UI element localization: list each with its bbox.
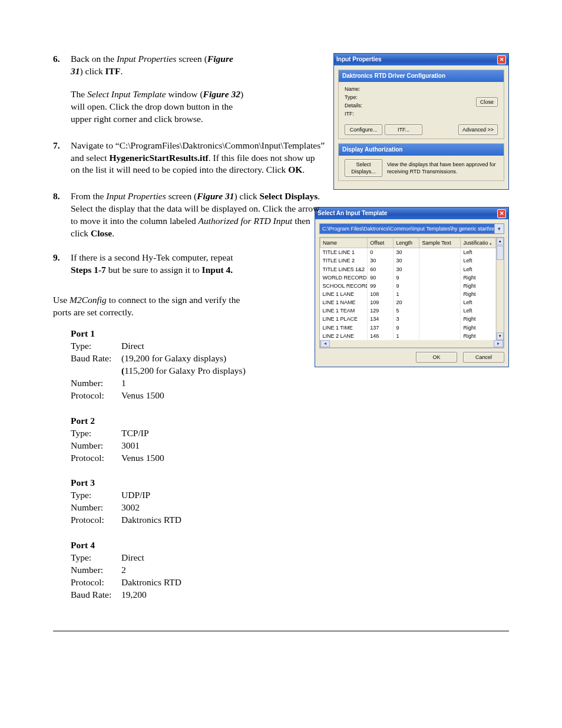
port-field-value: Direct xyxy=(121,552,144,564)
label-itf: ITF: xyxy=(345,110,476,117)
close-icon[interactable]: ✕ xyxy=(497,55,506,64)
sort-asc-icon: ▴ xyxy=(490,241,492,245)
port-field-label: Type: xyxy=(71,552,121,564)
port-line: Baud Rate:(19,200 for Galaxy displays) xyxy=(71,353,306,365)
scroll-up-icon[interactable]: ▴ xyxy=(497,238,504,245)
auth-description: View the displays that have been approve… xyxy=(387,161,498,175)
port-field-label: Type: xyxy=(71,427,121,440)
section-header-driver-config: Daktronics RTD Driver Configuration xyxy=(339,70,504,82)
select-displays-button[interactable]: Select Displays... xyxy=(345,159,382,177)
itf-button[interactable]: ITF... xyxy=(385,124,422,135)
port-title: Port 4 xyxy=(71,539,509,552)
ok-button[interactable]: OK xyxy=(416,352,457,363)
close-icon[interactable]: ✕ xyxy=(497,209,506,218)
table-row[interactable]: LINE 2 LANE1461Right xyxy=(320,332,496,340)
scroll-left-icon[interactable]: ◂ xyxy=(320,340,330,347)
table-row[interactable]: TITLE LINE 23030Left xyxy=(320,256,496,265)
port-line: Number:1 xyxy=(71,377,509,390)
table-row[interactable]: LINE 1 PLACE1343Right xyxy=(320,315,496,323)
scroll-thumb[interactable] xyxy=(497,246,504,260)
advanced-button[interactable]: Advanced >> xyxy=(458,124,498,135)
port-field-label: Protocol: xyxy=(71,452,121,465)
port-line: Protocol:Venus 1500 xyxy=(71,390,509,402)
column-header[interactable]: Offset xyxy=(368,238,394,248)
port-field-label: Protocol: xyxy=(71,514,121,526)
step9-para1: If there is a second Hy-Tek computer, re… xyxy=(71,252,247,276)
window-title: Select An Input Template xyxy=(318,209,387,218)
port-field-value: Daktronics RTD xyxy=(121,514,181,526)
column-header[interactable]: Sample Text xyxy=(419,238,461,248)
step6-para1: Back on the Input Properties screen (Fig… xyxy=(71,53,247,78)
port-block: Port 2Type:TCP/IPNumber:3001Protocol:Ven… xyxy=(71,415,509,465)
port-field-label: Number: xyxy=(71,502,121,514)
port-line: Number:3001 xyxy=(71,440,509,452)
chevron-down-icon[interactable]: ▾ xyxy=(494,224,504,233)
step6-para2: The Select Input Template window (Figure… xyxy=(71,88,247,126)
step-number: 9. xyxy=(53,252,71,276)
figure-select-input-template: Select An Input Template ✕ C:\Program Fi… xyxy=(315,207,509,367)
table-row[interactable]: LINE 1 TIME1379Right xyxy=(320,324,496,332)
port-field-value: Direct xyxy=(121,340,144,353)
window-title: Input Properties xyxy=(336,55,382,64)
port-field-label xyxy=(71,365,121,377)
horizontal-scrollbar[interactable]: ◂ ▸ xyxy=(320,340,504,348)
port-line: Number:3002 xyxy=(71,502,509,514)
step-number: 8. xyxy=(53,190,71,240)
label-name: Name: xyxy=(345,85,476,93)
port-field-value: UDP/IP xyxy=(121,489,150,502)
table-row[interactable]: LINE 1 LANE1081Right xyxy=(320,290,496,298)
table-row[interactable]: LINE 1 TEAM1295Left xyxy=(320,307,496,315)
port-field-value: 2 xyxy=(121,564,126,577)
cancel-button[interactable]: Cancel xyxy=(463,352,504,363)
port-field-value: 3001 xyxy=(121,440,140,452)
port-field-label: Protocol: xyxy=(71,390,121,402)
table-row[interactable]: SCHOOL RECORD999Right xyxy=(320,282,496,290)
port-line: Protocol:Venus 1500 xyxy=(71,452,509,465)
step8-para1: From the Input Properties screen (Figure… xyxy=(71,190,325,240)
port-block: Port 3Type:UDP/IPNumber:3002Protocol:Dak… xyxy=(71,477,509,526)
port-field-label: Type: xyxy=(71,489,121,502)
table-row[interactable]: WORLD RECORD909Right xyxy=(320,274,496,282)
port-line: Baud Rate:19,200 xyxy=(71,589,509,601)
step-number: 7. xyxy=(53,140,71,177)
step-number: 6. xyxy=(53,53,71,126)
column-header[interactable]: Name xyxy=(320,238,368,248)
table-row[interactable]: TITLE LINE 1030Left xyxy=(320,248,496,257)
section-header-display-auth: Display Authorization xyxy=(339,144,504,156)
port-line: Protocol:Daktronics RTD xyxy=(71,514,509,526)
port-block: Port 4Type:DirectNumber:2Protocol:Daktro… xyxy=(71,539,509,601)
port-field-label: Protocol: xyxy=(71,577,121,589)
port-field-value: Venus 1500 xyxy=(121,452,164,465)
port-field-label: Number: xyxy=(71,377,121,390)
scroll-down-icon[interactable]: ▾ xyxy=(497,332,504,340)
table-row[interactable]: TITLE LINES 1&26030Left xyxy=(320,265,496,274)
vertical-scrollbar[interactable]: ▴ ▾ xyxy=(496,238,504,340)
column-header[interactable]: Length xyxy=(394,238,419,248)
port-line: Number:2 xyxy=(71,564,509,577)
label-type: Type: xyxy=(345,94,476,101)
port-line: Type:Direct xyxy=(71,552,509,564)
column-header[interactable]: Justificatio ▴ xyxy=(461,238,496,248)
port-title: Port 3 xyxy=(71,477,509,489)
port-field-value: Daktronics RTD xyxy=(121,577,181,589)
ports-list: Port 1Type:DirectBaud Rate:(19,200 for G… xyxy=(71,328,509,601)
scroll-right-icon[interactable]: ▸ xyxy=(494,340,503,347)
configure-button[interactable]: Configure... xyxy=(345,124,382,135)
port-line: Type:UDP/IP xyxy=(71,489,509,502)
port-field-value: TCP/IP xyxy=(121,427,149,440)
footer-rule xyxy=(53,631,509,631)
port-field-label: Type: xyxy=(71,340,121,353)
port-line: Type:Direct xyxy=(71,340,306,353)
port-field-value: 19,200 xyxy=(121,589,147,601)
figure-input-properties: Input Properties ✕ Daktronics RTD Driver… xyxy=(333,53,509,190)
port-field-label: Number: xyxy=(71,440,121,452)
close-button[interactable]: Close xyxy=(476,97,498,107)
port-field-value: 1 xyxy=(121,377,126,390)
post-steps-paragraph: Use M2Config to connect to the sign and … xyxy=(53,294,247,319)
port-line: (115,200 for Galaxy Pro displays) xyxy=(71,365,306,377)
table-row[interactable]: LINE 1 NAME10920Left xyxy=(320,298,496,307)
template-path-combobox[interactable]: C:\Program Files\Daktronics\Common\Input… xyxy=(319,223,504,234)
port-field-value: 3002 xyxy=(121,502,140,514)
step7-para1: Navigate to “C:\ProgramFiles\Daktronics\… xyxy=(71,140,325,177)
template-fields-grid[interactable]: NameOffsetLengthSample TextJustificatio … xyxy=(319,237,504,348)
